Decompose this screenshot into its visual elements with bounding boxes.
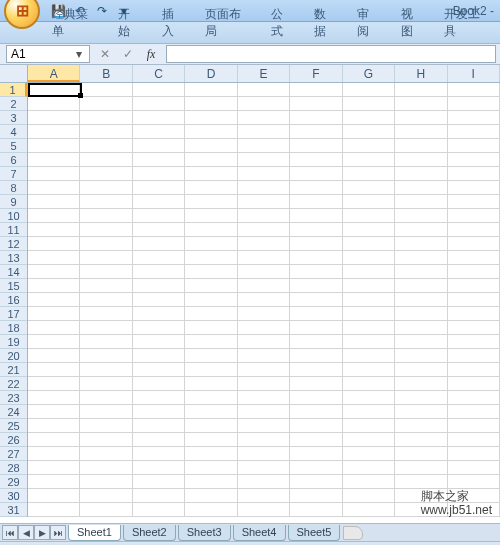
cell[interactable] (290, 125, 342, 139)
cell[interactable] (80, 237, 132, 251)
cell[interactable] (28, 181, 80, 195)
cell[interactable] (395, 195, 447, 209)
cell[interactable] (80, 111, 132, 125)
cell[interactable] (290, 363, 342, 377)
cell[interactable] (133, 321, 185, 335)
cell[interactable] (448, 279, 500, 293)
cell[interactable] (290, 405, 342, 419)
row-header[interactable]: 27 (0, 447, 27, 461)
cell[interactable] (448, 195, 500, 209)
cell[interactable] (80, 293, 132, 307)
row-header[interactable]: 23 (0, 391, 27, 405)
cell[interactable] (80, 363, 132, 377)
cell[interactable] (133, 167, 185, 181)
cell[interactable] (238, 363, 290, 377)
cell[interactable] (395, 489, 447, 503)
cell[interactable] (133, 447, 185, 461)
cell[interactable] (343, 307, 395, 321)
cell[interactable] (290, 223, 342, 237)
next-sheet-button[interactable]: ▶ (34, 525, 50, 540)
cell[interactable] (238, 181, 290, 195)
cell[interactable] (185, 391, 237, 405)
cell[interactable] (448, 475, 500, 489)
cell[interactable] (343, 251, 395, 265)
cell[interactable] (395, 475, 447, 489)
cell[interactable] (133, 461, 185, 475)
row-header[interactable]: 15 (0, 279, 27, 293)
cell[interactable] (395, 307, 447, 321)
cell[interactable] (185, 447, 237, 461)
row-header[interactable]: 21 (0, 363, 27, 377)
cell[interactable] (133, 419, 185, 433)
cell[interactable] (343, 503, 395, 517)
cell[interactable] (28, 475, 80, 489)
cell[interactable] (290, 335, 342, 349)
cell[interactable] (343, 153, 395, 167)
row-header[interactable]: 25 (0, 419, 27, 433)
cell[interactable] (343, 391, 395, 405)
row-header[interactable]: 10 (0, 209, 27, 223)
cell[interactable] (28, 237, 80, 251)
cell[interactable] (343, 475, 395, 489)
cell[interactable] (238, 139, 290, 153)
cell[interactable] (133, 307, 185, 321)
tab-insert[interactable]: 插入 (152, 3, 195, 43)
cell[interactable] (290, 279, 342, 293)
row-header[interactable]: 24 (0, 405, 27, 419)
cell[interactable] (80, 489, 132, 503)
row-header[interactable]: 2 (0, 97, 27, 111)
cell[interactable] (185, 195, 237, 209)
cell[interactable] (185, 419, 237, 433)
cell[interactable] (395, 293, 447, 307)
cell[interactable] (343, 181, 395, 195)
row-header[interactable]: 28 (0, 461, 27, 475)
cell[interactable] (238, 475, 290, 489)
cell[interactable] (80, 307, 132, 321)
cell[interactable] (80, 209, 132, 223)
name-box[interactable]: A1 ▾ (6, 45, 90, 63)
row-header[interactable]: 11 (0, 223, 27, 237)
cell[interactable] (238, 279, 290, 293)
cell[interactable] (290, 265, 342, 279)
cell[interactable] (28, 125, 80, 139)
cell[interactable] (238, 195, 290, 209)
tab-review[interactable]: 审阅 (347, 3, 390, 43)
cell[interactable] (448, 265, 500, 279)
cell[interactable] (238, 83, 290, 97)
cell[interactable] (185, 335, 237, 349)
cell[interactable] (395, 391, 447, 405)
cell[interactable] (395, 237, 447, 251)
cell[interactable] (28, 279, 80, 293)
cell[interactable] (28, 349, 80, 363)
cell[interactable] (238, 237, 290, 251)
first-sheet-button[interactable]: ⏮ (2, 525, 18, 540)
select-all-corner[interactable] (0, 65, 28, 83)
cell[interactable] (238, 433, 290, 447)
cell[interactable] (185, 307, 237, 321)
cancel-icon[interactable]: ✕ (94, 45, 116, 63)
cell[interactable] (395, 433, 447, 447)
chevron-down-icon[interactable]: ▾ (73, 47, 85, 61)
cell[interactable] (448, 489, 500, 503)
cell[interactable] (395, 363, 447, 377)
cell[interactable] (185, 433, 237, 447)
cell[interactable] (28, 223, 80, 237)
cell[interactable] (395, 223, 447, 237)
cell[interactable] (290, 209, 342, 223)
cell[interactable] (238, 167, 290, 181)
cell[interactable] (80, 97, 132, 111)
cell[interactable] (343, 223, 395, 237)
cells-area[interactable] (28, 83, 500, 523)
cell[interactable] (28, 83, 80, 97)
cell[interactable] (133, 83, 185, 97)
column-header[interactable]: A (28, 65, 80, 82)
cell[interactable] (343, 447, 395, 461)
cell[interactable] (395, 83, 447, 97)
cell[interactable] (448, 321, 500, 335)
cell[interactable] (395, 265, 447, 279)
cell[interactable] (343, 335, 395, 349)
tab-developer[interactable]: 开发工具 (434, 3, 500, 43)
cell[interactable] (80, 447, 132, 461)
cell[interactable] (28, 321, 80, 335)
row-header[interactable]: 13 (0, 251, 27, 265)
